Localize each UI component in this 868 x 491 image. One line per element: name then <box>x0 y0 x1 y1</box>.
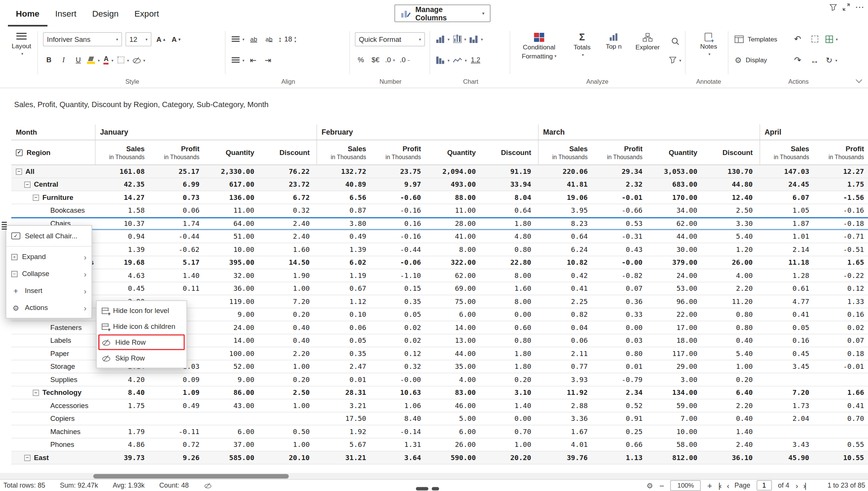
cell[interactable]: 0.66 <box>594 439 649 452</box>
cell[interactable]: 0.12 <box>373 347 428 361</box>
search-button[interactable] <box>669 35 681 48</box>
cell[interactable]: 6.00 <box>428 425 483 439</box>
zoom-in-button[interactable]: + <box>707 480 712 490</box>
cell[interactable]: 39.73 <box>95 451 151 465</box>
cell[interactable]: 0.49 <box>316 230 373 244</box>
fit-width-button[interactable]: ↔ <box>809 53 821 67</box>
bold-button[interactable]: B <box>43 53 55 67</box>
cell[interactable]: 2.32 <box>594 178 649 192</box>
cell[interactable]: 1.74 <box>151 217 206 230</box>
combo-chart-button[interactable]: ▾ <box>470 32 483 46</box>
cell[interactable]: 40.89 <box>316 178 373 192</box>
cell[interactable]: 14.00 <box>206 334 261 348</box>
cell[interactable]: 10.55 <box>816 451 868 465</box>
indent-decrease-button[interactable]: ⇤ <box>247 53 259 67</box>
display-button[interactable]: ⚙Display <box>735 56 787 64</box>
cell[interactable]: 11.00 <box>206 204 261 218</box>
cell[interactable]: 11.20 <box>704 295 760 308</box>
table-row[interactable]: Copiers17.508.405.000.003.360.917.000.40… <box>11 413 868 426</box>
cell[interactable]: 23.75 <box>373 165 428 178</box>
cell[interactable]: -1.10 <box>373 269 428 282</box>
cell[interactable] <box>206 413 261 426</box>
cell[interactable]: 83.00 <box>428 387 483 400</box>
cell[interactable]: 6.07 <box>760 191 816 204</box>
cell[interactable]: 0.16 <box>816 308 868 322</box>
boxed-chart-button[interactable]: ▾ <box>453 32 466 46</box>
cell[interactable]: 39.76 <box>538 451 594 465</box>
cell[interactable]: 1.90 <box>261 269 316 282</box>
menu-item-hide-icon-for-level[interactable]: Hide Icon for level <box>97 303 187 319</box>
cell[interactable]: 41.81 <box>538 178 594 192</box>
cell[interactable]: 9.97 <box>373 178 428 192</box>
zoom-level[interactable]: 100% <box>671 480 701 491</box>
cell[interactable]: 0.11 <box>151 282 206 296</box>
font-family-select[interactable]: Inforiver Sans▾ <box>43 32 122 47</box>
menu-item-insert[interactable]: +Insert› <box>6 282 92 299</box>
table-row[interactable]: −Office Supplies19.685.17395.0014.506.02… <box>11 256 868 270</box>
cell[interactable]: 1.00 <box>261 361 316 374</box>
cell[interactable]: 10.00 <box>206 243 261 256</box>
cell[interactable]: 17.00 <box>649 321 704 334</box>
cell[interactable]: 1.05 <box>760 204 816 218</box>
table-row[interactable]: Accessories1.750.4943.001.003.211.0646.0… <box>11 399 868 413</box>
cell[interactable]: 0.06 <box>538 334 594 348</box>
tab-export[interactable]: Export <box>127 0 167 27</box>
cell[interactable]: 0.40 <box>261 334 316 348</box>
top-n-button[interactable]: Top n <box>601 31 626 50</box>
cell[interactable]: 0.43 <box>594 243 649 256</box>
table-row[interactable]: Supplies4.200.099.000.200.01-0.004.000.2… <box>11 373 868 387</box>
cell[interactable]: 4.00 <box>704 269 760 282</box>
cell[interactable]: 12.27 <box>816 165 868 178</box>
cell[interactable]: 0.12 <box>816 282 868 296</box>
quick-format-select[interactable]: Quick Format▾ <box>355 32 425 47</box>
cell[interactable]: 585.00 <box>206 451 261 465</box>
manage-columns-button[interactable]: Manage Columns ▾ <box>394 5 491 22</box>
cell[interactable]: 3.21 <box>316 399 373 413</box>
cell[interactable]: 0.87 <box>316 204 373 218</box>
sparkline-button[interactable]: ▾ <box>452 53 467 67</box>
wrap-text-button[interactable]: ab <box>248 32 260 46</box>
horizontal-scrollbar[interactable] <box>0 473 868 479</box>
cell[interactable]: 1.39 <box>316 243 373 256</box>
cell[interactable]: 44.00 <box>428 347 483 361</box>
cell[interactable]: 0.36 <box>594 295 649 308</box>
cell[interactable]: 23.72 <box>261 178 316 192</box>
cell[interactable]: 0.80 <box>704 308 760 322</box>
cell[interactable]: 136.00 <box>206 191 261 204</box>
eye-off-icon[interactable] <box>204 482 211 489</box>
cell[interactable]: 130.70 <box>704 165 760 178</box>
more-options-icon[interactable]: ··· <box>856 3 865 12</box>
cell[interactable]: 62.00 <box>428 269 483 282</box>
cell[interactable]: 14.27 <box>95 191 151 204</box>
scrollbar-thumb[interactable] <box>93 474 289 478</box>
cell[interactable]: 6.24 <box>538 243 594 256</box>
cell[interactable] <box>760 373 816 387</box>
cell[interactable]: 8.23 <box>538 217 594 230</box>
cell[interactable]: 1.00 <box>483 439 538 452</box>
cell[interactable]: 1.40 <box>151 269 206 282</box>
cell[interactable]: 36.00 <box>206 282 261 296</box>
row-label[interactable]: Phones <box>11 439 95 452</box>
cell[interactable]: 119.00 <box>206 295 261 308</box>
cell[interactable]: 161.08 <box>95 165 151 178</box>
cell[interactable]: 29.34 <box>594 165 649 178</box>
table-row[interactable]: Tables1.39-0.6210.001.601.39-0.448.000.8… <box>11 243 868 256</box>
cell[interactable]: 26.00 <box>704 256 760 270</box>
cell[interactable]: 7.20 <box>261 295 316 308</box>
cell[interactable]: 2.20 <box>704 282 760 296</box>
cell[interactable]: 0.64 <box>483 204 538 218</box>
cell[interactable]: 19.06 <box>538 191 594 204</box>
cell[interactable]: 29.00 <box>649 361 704 374</box>
table-row[interactable]: Art0.450.1136.001.000.670.1569.001.600.4… <box>11 282 868 296</box>
cell[interactable] <box>95 413 151 426</box>
cell[interactable]: 9.26 <box>151 451 206 465</box>
cell[interactable]: 26.00 <box>428 439 483 452</box>
number-scale-button[interactable]: 1.2 <box>470 53 482 67</box>
cell[interactable]: 31.21 <box>316 451 373 465</box>
table-row[interactable]: Chairs10.371.7464.002.403.800.1628.001.8… <box>11 217 868 230</box>
horizontal-align-button[interactable]: ▾ <box>232 32 245 46</box>
cell[interactable]: -1.56 <box>816 191 868 204</box>
cell[interactable] <box>151 413 206 426</box>
cell[interactable]: 3.43 <box>760 439 816 452</box>
cell[interactable]: 493.00 <box>428 178 483 192</box>
